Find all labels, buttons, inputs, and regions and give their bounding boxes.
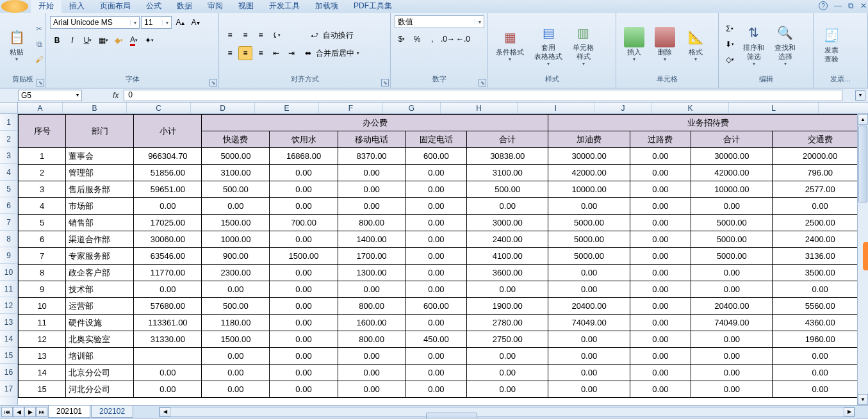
cell[interactable]: 0.00 (270, 315, 338, 331)
cell[interactable]: 1600.00 (338, 315, 405, 331)
cell[interactable]: 专家服务部 (66, 248, 134, 265)
column-header[interactable]: E (255, 103, 319, 113)
cell[interactable]: 0.00 (548, 365, 630, 381)
cell[interactable]: 0.00 (630, 215, 691, 231)
restore-icon[interactable]: ⧉ (848, 1, 854, 10)
horizontal-scrollbar[interactable]: ◀ ▶ (159, 407, 855, 417)
column-header[interactable]: F (319, 103, 383, 113)
decrease-font-button[interactable]: A▾ (188, 15, 202, 29)
font-name-combo[interactable]: Arial Unicode MS▾ (50, 16, 140, 29)
cell[interactable]: 20400.00 (548, 298, 630, 315)
cell[interactable]: 0.00 (270, 265, 338, 281)
ribbon-tab-审阅[interactable]: 审阅 (200, 0, 231, 13)
next-sheet-button[interactable]: ▶ (24, 407, 36, 417)
cell[interactable]: 1700.00 (338, 248, 405, 265)
cell[interactable]: 1400.00 (338, 231, 405, 248)
dialog-launcher-icon[interactable]: ⬊ (479, 79, 486, 86)
close-icon[interactable]: ✕ (860, 1, 867, 10)
cells-area[interactable]: 序号部门小计办公费业务招待费快递费饮用水移动电话固定电话合计加油费过路费合计交通… (18, 114, 868, 405)
underline-button[interactable]: U▾ (81, 33, 95, 47)
cell[interactable]: 培训部 (66, 348, 134, 365)
fx-button[interactable]: fx (108, 91, 124, 100)
decrease-indent-button[interactable]: ⇤ (269, 46, 283, 60)
cell[interactable]: 0.00 (548, 198, 630, 215)
cell[interactable]: 0.00 (630, 298, 691, 315)
cell[interactable]: 0.00 (630, 165, 691, 181)
cell[interactable]: 800.00 (338, 331, 405, 348)
cell[interactable]: 0.00 (405, 281, 466, 298)
prev-sheet-button[interactable]: ◀ (13, 407, 24, 417)
cell[interactable]: 0.00 (270, 165, 338, 181)
insert-cells-button[interactable]: 插入▾ (620, 26, 648, 63)
cell[interactable]: 13 (19, 348, 66, 365)
cell[interactable]: 800.00 (338, 215, 405, 231)
cell[interactable]: 30060.00 (134, 231, 202, 248)
cell[interactable]: 0.00 (691, 281, 773, 298)
cell[interactable]: 74049.00 (691, 315, 773, 331)
cell[interactable]: 7 (19, 248, 66, 265)
cell[interactable]: 0.00 (270, 381, 338, 398)
cell[interactable]: 0.00 (405, 198, 466, 215)
cell[interactable]: 3600.00 (467, 265, 548, 281)
cell[interactable]: 0.00 (467, 348, 548, 365)
cell[interactable]: 4100.00 (467, 248, 548, 265)
cell[interactable]: 1500.00 (270, 248, 338, 265)
cell[interactable]: 0.00 (467, 198, 548, 215)
cell[interactable]: 450.00 (405, 331, 466, 348)
cell[interactable]: 59651.00 (134, 181, 202, 198)
cell[interactable]: 2750.00 (467, 331, 548, 348)
cell[interactable]: 5000.00 (691, 248, 773, 265)
ribbon-tab-数据[interactable]: 数据 (169, 0, 200, 13)
cell[interactable]: 5000.00 (548, 248, 630, 265)
cell[interactable]: 2577.00 (773, 181, 868, 198)
scroll-right-button[interactable]: ▶ (844, 407, 855, 416)
italic-button[interactable]: I (65, 33, 79, 47)
cell[interactable]: 0.00 (630, 381, 691, 398)
cell[interactable]: 6 (19, 231, 66, 248)
cell[interactable]: 5000.00 (548, 231, 630, 248)
invoice-check-button[interactable]: 🧾发票 查验 (817, 24, 846, 65)
cell[interactable]: 董事会 (66, 148, 134, 165)
cell[interactable]: 8370.00 (338, 148, 405, 165)
cell[interactable]: 10000.00 (691, 181, 773, 198)
cell[interactable]: 10 (19, 298, 66, 315)
cell[interactable]: 0.00 (270, 365, 338, 381)
cell[interactable]: 0.00 (548, 265, 630, 281)
cell[interactable]: 2400.00 (773, 231, 868, 248)
cell[interactable]: 售后服务部 (66, 181, 134, 198)
cell[interactable]: 1500.00 (202, 331, 270, 348)
cell[interactable]: 销售部 (66, 215, 134, 231)
cell[interactable]: 966304.70 (134, 148, 202, 165)
cell[interactable]: 20400.00 (691, 298, 773, 315)
bold-button[interactable]: B (50, 33, 64, 47)
cell[interactable]: 1500.00 (202, 215, 270, 231)
cell[interactable]: 0.00 (338, 281, 405, 298)
delete-cells-button[interactable]: 删除▾ (651, 26, 679, 63)
cell[interactable]: 30838.00 (467, 148, 548, 165)
cell[interactable]: 0.00 (405, 315, 466, 331)
cell[interactable]: 113361.00 (134, 315, 202, 331)
dialog-launcher-icon[interactable]: ⬊ (37, 79, 44, 86)
cut-button[interactable]: ✂ (32, 22, 46, 36)
row-header[interactable]: 13 (0, 314, 17, 331)
row-header[interactable]: 2 (0, 131, 17, 147)
wrap-text-button[interactable]: ⮐ 自动换行 (301, 28, 363, 42)
align-right-button[interactable]: ≡ (254, 46, 268, 60)
orientation-button[interactable]: ⤹▾ (269, 28, 283, 42)
cell[interactable]: 10000.00 (548, 181, 630, 198)
cell[interactable]: 0.00 (202, 381, 270, 398)
cell[interactable]: 12 (19, 331, 66, 348)
cell[interactable]: 9 (19, 281, 66, 298)
cell[interactable]: 0.00 (630, 365, 691, 381)
cell[interactable]: 0.00 (467, 281, 548, 298)
cell[interactable]: 796.00 (773, 165, 868, 181)
decrease-decimal-button[interactable]: ←.0 (456, 32, 470, 46)
cell[interactable]: 0.00 (405, 231, 466, 248)
cell[interactable]: 0.00 (405, 348, 466, 365)
align-middle-button[interactable]: ≡ (238, 28, 252, 42)
cell[interactable]: 1300.00 (338, 265, 405, 281)
currency-button[interactable]: $▾ (395, 32, 409, 46)
cell[interactable]: 0.00 (134, 365, 202, 381)
cell[interactable]: 63546.00 (134, 248, 202, 265)
sheet-tab-202101[interactable]: 202101 (48, 406, 90, 418)
